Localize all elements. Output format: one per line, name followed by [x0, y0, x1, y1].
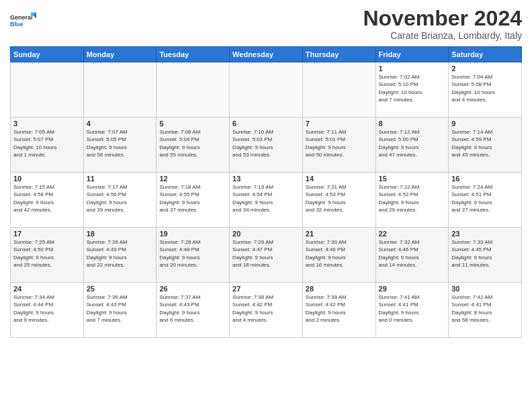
calendar-cell: 19Sunrise: 7:28 AM Sunset: 4:48 PM Dayli…	[157, 228, 230, 283]
week-row-2: 3Sunrise: 7:05 AM Sunset: 5:07 PM Daylig…	[11, 118, 522, 173]
calendar-cell: 10Sunrise: 7:15 AM Sunset: 4:58 PM Dayli…	[11, 173, 84, 228]
day-number: 16	[451, 175, 519, 183]
calendar-cell: 28Sunrise: 7:39 AM Sunset: 4:42 PM Dayli…	[302, 283, 375, 338]
calendar-cell: 16Sunrise: 7:24 AM Sunset: 4:51 PM Dayli…	[449, 173, 522, 228]
calendar-cell	[11, 62, 84, 118]
day-info: Sunrise: 7:26 AM Sunset: 4:49 PM Dayligh…	[87, 238, 154, 269]
day-number: 19	[159, 230, 226, 238]
day-number: 24	[13, 285, 81, 293]
day-info: Sunrise: 7:36 AM Sunset: 4:43 PM Dayligh…	[87, 293, 154, 324]
day-number: 3	[13, 120, 81, 128]
calendar-cell	[83, 62, 157, 118]
logo: General Blue	[10, 7, 37, 34]
day-number: 2	[451, 64, 519, 73]
week-row-3: 10Sunrise: 7:15 AM Sunset: 4:58 PM Dayli…	[11, 173, 522, 228]
col-wednesday: Wednesday	[230, 47, 303, 62]
calendar-cell: 17Sunrise: 7:25 AM Sunset: 4:50 PM Dayli…	[11, 228, 84, 283]
day-info: Sunrise: 7:25 AM Sunset: 4:50 PM Dayligh…	[13, 238, 81, 269]
day-info: Sunrise: 7:38 AM Sunset: 4:42 PM Dayligh…	[232, 293, 300, 324]
day-number: 15	[379, 175, 446, 183]
header-row: Sunday Monday Tuesday Wednesday Thursday…	[11, 47, 522, 62]
calendar-cell: 11Sunrise: 7:17 AM Sunset: 4:56 PM Dayli…	[83, 173, 157, 228]
day-info: Sunrise: 7:10 AM Sunset: 5:03 PM Dayligh…	[232, 128, 300, 158]
day-number: 14	[306, 175, 373, 183]
day-number: 12	[159, 175, 226, 183]
location: Carate Brianza, Lombardy, Italy	[363, 30, 522, 41]
day-number: 9	[451, 120, 519, 128]
day-number: 17	[13, 230, 81, 238]
day-info: Sunrise: 7:05 AM Sunset: 5:07 PM Dayligh…	[13, 128, 81, 158]
calendar-cell: 2Sunrise: 7:04 AM Sunset: 5:08 PM Daylig…	[449, 62, 522, 118]
day-info: Sunrise: 7:33 AM Sunset: 4:45 PM Dayligh…	[451, 238, 519, 269]
day-info: Sunrise: 7:07 AM Sunset: 5:05 PM Dayligh…	[87, 128, 154, 158]
day-number: 8	[379, 120, 446, 128]
calendar-cell: 12Sunrise: 7:18 AM Sunset: 4:55 PM Dayli…	[157, 173, 230, 228]
calendar-cell: 9Sunrise: 7:14 AM Sunset: 4:59 PM Daylig…	[449, 118, 522, 173]
calendar-cell: 18Sunrise: 7:26 AM Sunset: 4:49 PM Dayli…	[83, 228, 157, 283]
calendar-cell: 20Sunrise: 7:29 AM Sunset: 4:47 PM Dayli…	[230, 228, 303, 283]
day-number: 4	[87, 120, 154, 128]
day-number: 13	[232, 175, 300, 183]
day-number: 1	[379, 64, 446, 73]
day-number: 27	[232, 285, 300, 293]
day-number: 23	[451, 230, 519, 238]
calendar-cell	[157, 62, 230, 118]
calendar-cell: 22Sunrise: 7:32 AM Sunset: 4:46 PM Dayli…	[375, 228, 449, 283]
day-info: Sunrise: 7:34 AM Sunset: 4:44 PM Dayligh…	[13, 293, 81, 324]
calendar-cell	[302, 62, 375, 118]
day-number: 11	[87, 175, 154, 183]
day-info: Sunrise: 7:12 AM Sunset: 5:00 PM Dayligh…	[379, 128, 446, 158]
calendar-cell: 30Sunrise: 7:42 AM Sunset: 4:41 PM Dayli…	[449, 283, 522, 338]
calendar-cell: 15Sunrise: 7:22 AM Sunset: 4:52 PM Dayli…	[375, 173, 449, 228]
calendar-cell: 29Sunrise: 7:41 AM Sunset: 4:41 PM Dayli…	[375, 283, 449, 338]
calendar-cell: 23Sunrise: 7:33 AM Sunset: 4:45 PM Dayli…	[449, 228, 522, 283]
day-info: Sunrise: 7:15 AM Sunset: 4:58 PM Dayligh…	[13, 183, 81, 214]
day-info: Sunrise: 7:41 AM Sunset: 4:41 PM Dayligh…	[379, 293, 446, 324]
calendar-cell: 6Sunrise: 7:10 AM Sunset: 5:03 PM Daylig…	[230, 118, 303, 173]
calendar-cell: 1Sunrise: 7:02 AM Sunset: 5:10 PM Daylig…	[375, 62, 449, 118]
day-number: 22	[379, 230, 446, 238]
day-number: 29	[379, 285, 446, 293]
calendar-cell: 8Sunrise: 7:12 AM Sunset: 5:00 PM Daylig…	[375, 118, 449, 173]
calendar-cell: 27Sunrise: 7:38 AM Sunset: 4:42 PM Dayli…	[230, 283, 303, 338]
day-info: Sunrise: 7:14 AM Sunset: 4:59 PM Dayligh…	[451, 128, 519, 158]
calendar-cell: 7Sunrise: 7:11 AM Sunset: 5:01 PM Daylig…	[302, 118, 375, 173]
day-number: 10	[13, 175, 81, 183]
calendar-cell: 26Sunrise: 7:37 AM Sunset: 4:43 PM Dayli…	[157, 283, 230, 338]
logo-svg: General Blue	[10, 7, 37, 34]
day-number: 5	[159, 120, 226, 128]
day-info: Sunrise: 7:17 AM Sunset: 4:56 PM Dayligh…	[87, 183, 154, 214]
day-info: Sunrise: 7:30 AM Sunset: 4:46 PM Dayligh…	[306, 238, 373, 269]
day-info: Sunrise: 7:29 AM Sunset: 4:47 PM Dayligh…	[232, 238, 300, 269]
col-saturday: Saturday	[449, 47, 522, 62]
day-info: Sunrise: 7:18 AM Sunset: 4:55 PM Dayligh…	[159, 183, 226, 214]
day-info: Sunrise: 7:39 AM Sunset: 4:42 PM Dayligh…	[306, 293, 373, 324]
day-info: Sunrise: 7:32 AM Sunset: 4:46 PM Dayligh…	[379, 238, 446, 269]
calendar-cell: 3Sunrise: 7:05 AM Sunset: 5:07 PM Daylig…	[11, 118, 84, 173]
calendar-cell: 24Sunrise: 7:34 AM Sunset: 4:44 PM Dayli…	[11, 283, 84, 338]
day-number: 6	[232, 120, 300, 128]
day-info: Sunrise: 7:19 AM Sunset: 4:54 PM Dayligh…	[232, 183, 300, 214]
day-info: Sunrise: 7:22 AM Sunset: 4:52 PM Dayligh…	[379, 183, 446, 214]
day-info: Sunrise: 7:37 AM Sunset: 4:43 PM Dayligh…	[159, 293, 226, 324]
day-number: 26	[159, 285, 226, 293]
calendar-cell: 5Sunrise: 7:08 AM Sunset: 5:04 PM Daylig…	[157, 118, 230, 173]
calendar-table: Sunday Monday Tuesday Wednesday Thursday…	[10, 46, 522, 338]
day-number: 7	[306, 120, 373, 128]
calendar-cell: 14Sunrise: 7:21 AM Sunset: 4:53 PM Dayli…	[302, 173, 375, 228]
col-tuesday: Tuesday	[157, 47, 230, 62]
calendar-cell: 25Sunrise: 7:36 AM Sunset: 4:43 PM Dayli…	[83, 283, 157, 338]
day-info: Sunrise: 7:28 AM Sunset: 4:48 PM Dayligh…	[159, 238, 226, 269]
calendar-cell: 21Sunrise: 7:30 AM Sunset: 4:46 PM Dayli…	[302, 228, 375, 283]
week-row-4: 17Sunrise: 7:25 AM Sunset: 4:50 PM Dayli…	[11, 228, 522, 283]
header: General Blue November 2024 Carate Brianz…	[10, 7, 522, 41]
col-sunday: Sunday	[11, 47, 84, 62]
day-info: Sunrise: 7:11 AM Sunset: 5:01 PM Dayligh…	[306, 128, 373, 158]
day-number: 21	[306, 230, 373, 238]
title-block: November 2024 Carate Brianza, Lombardy, …	[363, 7, 522, 41]
day-number: 28	[306, 285, 373, 293]
day-info: Sunrise: 7:42 AM Sunset: 4:41 PM Dayligh…	[451, 293, 519, 324]
calendar-cell: 13Sunrise: 7:19 AM Sunset: 4:54 PM Dayli…	[230, 173, 303, 228]
svg-text:Blue: Blue	[10, 21, 24, 28]
calendar-cell: 4Sunrise: 7:07 AM Sunset: 5:05 PM Daylig…	[83, 118, 157, 173]
